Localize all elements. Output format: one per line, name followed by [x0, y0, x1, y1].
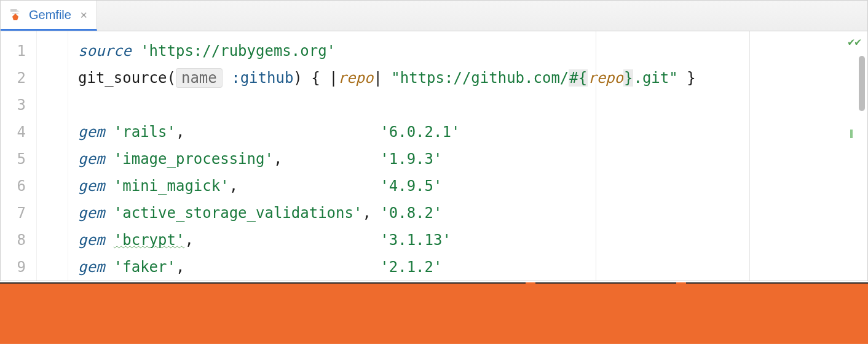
line-number: 9	[1, 254, 68, 281]
code-line: gem 'mini_magick', '4.9.5'	[68, 172, 867, 200]
scrollbar-thumb[interactable]	[859, 56, 865, 111]
line-number: 5	[1, 145, 68, 172]
inspection-ok-icon[interactable]: ✔✔	[848, 35, 861, 48]
code-line: git_source(name :github) { |repo| "https…	[68, 64, 867, 91]
editor-window: Gemfile ✕ 1 2 3 4 5 6 7 8 9 ✔✔ source 'h…	[0, 0, 868, 281]
close-icon[interactable]: ✕	[80, 10, 88, 20]
guide-line	[596, 31, 596, 281]
marker[interactable]	[850, 130, 853, 138]
code-area[interactable]: ✔✔ source 'https://rubygems.org' git_sou…	[68, 31, 867, 281]
bottom-band	[0, 282, 868, 344]
tab-gemfile[interactable]: Gemfile ✕	[1, 1, 97, 31]
code-line	[68, 91, 867, 118]
inline-hint: name	[176, 68, 223, 88]
line-number: 2	[1, 64, 68, 91]
code-line: gem 'bcrypt', '3.1.13'	[68, 227, 867, 254]
gutter: 1 2 3 4 5 6 7 8 9	[1, 31, 68, 281]
code-editor[interactable]: 1 2 3 4 5 6 7 8 9 ✔✔ source 'https://rub…	[1, 31, 867, 281]
line-number: 7	[1, 200, 68, 227]
line-number: 8	[1, 227, 68, 254]
line-number: 6	[1, 172, 68, 200]
code-line: source 'https://rubygems.org'	[68, 37, 867, 64]
gemfile-icon	[8, 7, 23, 22]
code-line: gem 'active_storage_validations', '0.8.2…	[68, 200, 867, 227]
line-number: 3	[1, 91, 68, 118]
code-line: gem 'rails', '6.0.2.1'	[68, 118, 867, 145]
line-number: 4	[1, 118, 68, 145]
code-line: gem 'image_processing', '1.9.3'	[68, 145, 867, 172]
code-line: gem 'faker', '2.1.2'	[68, 254, 867, 281]
tab-bar: Gemfile ✕	[1, 1, 867, 31]
tab-label: Gemfile	[29, 8, 71, 22]
line-number: 1	[1, 37, 68, 64]
guide-line	[749, 31, 750, 281]
